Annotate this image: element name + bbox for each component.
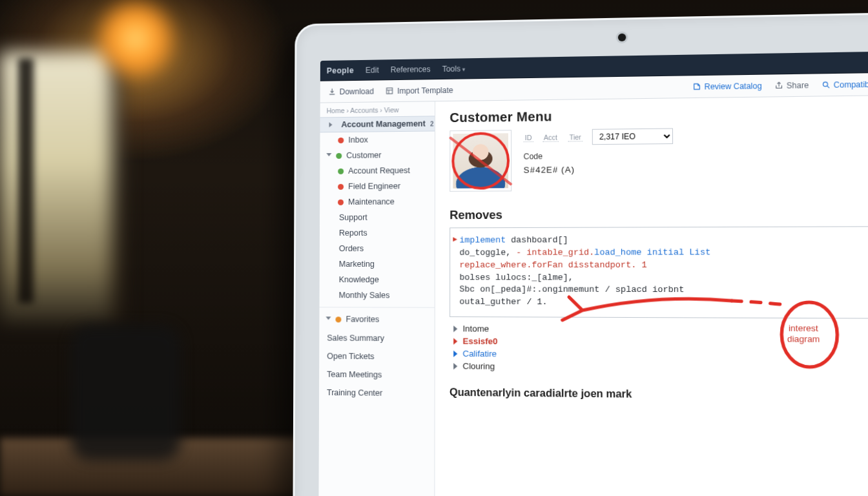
sidebar-item-orders[interactable]: Orders <box>320 241 435 256</box>
customer-profile: ID Acct Tier 2,317 IEO Code S#42E# (A) <box>450 125 868 192</box>
menu-edit[interactable]: Edit <box>366 65 379 74</box>
toolbar-download[interactable]: Download <box>324 84 378 99</box>
sidebar-section-favorites[interactable]: Favorites <box>319 311 434 327</box>
caret-icon: ▶ <box>453 234 457 245</box>
svg-rect-0 <box>387 88 393 94</box>
dot-icon <box>338 168 344 174</box>
sidebar-item-label: Knowledge <box>339 275 379 284</box>
breadcrumb: Home › Accounts › View <box>320 101 435 117</box>
dot-icon <box>336 152 342 158</box>
sidebar-item-label: Maintenance <box>348 197 395 206</box>
toolbar-import-label: Import Template <box>397 85 453 95</box>
code-token: load_home initial List <box>594 247 710 258</box>
customer-avatar[interactable] <box>450 130 512 192</box>
sidebar-item-marketing[interactable]: Marketing <box>320 256 435 272</box>
sidebar-item-account-request[interactable]: Account Request <box>320 163 435 179</box>
sidebar-item-label: Account Management <box>341 119 425 129</box>
sidebar-item-monthly-sales[interactable]: Monthly Sales <box>320 287 435 304</box>
caret-icon <box>453 363 457 369</box>
sidebar-item-knowledge[interactable]: Knowledge <box>320 272 435 287</box>
mini-label: Tier <box>568 133 582 141</box>
page-title: Customer Menu <box>450 105 868 125</box>
divider <box>320 307 435 308</box>
list-item-label: Essisfe0 <box>462 336 497 347</box>
window-frame <box>18 58 34 304</box>
mini-label: Acct <box>542 133 559 141</box>
dot-icon <box>338 137 344 143</box>
list-item-label: Califatire <box>462 349 497 359</box>
code-block[interactable]: ▶ implement dashboard[] do_toggle, - int… <box>450 226 868 319</box>
meta-mini-labels: ID Acct Tier 2,317 IEO <box>524 128 673 145</box>
menu-tools[interactable]: Tools <box>442 64 466 74</box>
lamp-glow <box>90 0 181 84</box>
sidebar-item-label: Reports <box>339 229 367 238</box>
toolbar-compat-label: Compatibility <box>834 79 868 90</box>
code-token: outal_guther / 1. <box>459 297 547 307</box>
customer-meta: ID Acct Tier 2,317 IEO Code S#42E# (A) <box>524 128 673 178</box>
sidebar-item-support[interactable]: Support <box>320 209 435 225</box>
code-token: - intable_grid. <box>516 247 594 257</box>
sidebar-item-label: Field Engineer <box>348 181 400 191</box>
sidebar-item-badge: 2 <box>430 120 435 127</box>
foreground-object <box>71 325 181 460</box>
code-token: replace_where.forFan disstandport. 1 <box>459 260 646 269</box>
search-icon <box>821 80 830 89</box>
sidebar-item-label: Inbox <box>348 136 368 145</box>
chevron-right-icon <box>329 122 333 127</box>
caret-icon <box>453 350 457 356</box>
toolbar-compatibility[interactable]: Compatibility <box>817 77 868 92</box>
code-label: Code <box>524 152 543 161</box>
catalog-icon <box>692 82 701 90</box>
code-token: do_toggle, <box>459 247 516 257</box>
code-token: implement <box>459 235 506 245</box>
svg-point-1 <box>823 82 827 87</box>
sidebar-item-open-tickets[interactable]: Open Tickets <box>319 345 434 364</box>
sidebar-item-label: Marketing <box>339 260 375 269</box>
toolbar-import[interactable]: Import Template <box>382 83 457 98</box>
section-removes-title: Removes <box>450 207 868 223</box>
share-icon <box>774 81 783 90</box>
menu-references[interactable]: References <box>391 65 431 74</box>
sidebar-item-label: Customer <box>346 150 381 160</box>
toolbar-share[interactable]: Share <box>770 78 812 93</box>
laptop: People Edit References Tools Download Im… <box>293 11 868 496</box>
code-token: bolses lulocs:_[alme], <box>459 273 573 282</box>
sidebar-item-maintenance[interactable]: Maintenance <box>320 194 435 210</box>
dot-icon <box>338 199 344 205</box>
sidebar-item-field-engineer[interactable]: Field Engineer <box>320 178 435 194</box>
code-token: dashboard[] <box>506 235 568 245</box>
code-value: S#42E# (A) <box>524 165 575 175</box>
dot-icon <box>335 316 341 322</box>
code-token: Sbc on[_peda]#:.onginmemunt / splacd ior… <box>459 285 684 295</box>
sidebar: Home › Accounts › View Account Managemen… <box>318 101 435 496</box>
mini-label: ID <box>524 133 533 141</box>
template-icon <box>386 87 394 95</box>
toolbar-download-label: Download <box>340 87 374 96</box>
footer-section: Quantenarlyin caradialrte joen mark <box>450 387 868 404</box>
chevron-down-icon <box>326 316 331 322</box>
toolbar-share-label: Share <box>787 80 809 90</box>
sub-list: Intome Essisfe0 Califatire Clouring <box>450 322 868 376</box>
toolbar-review-catalog[interactable]: Review Catalog <box>688 78 766 94</box>
sidebar-item-account-management[interactable]: Account Management 2 <box>320 116 435 132</box>
sidebar-item-label: Support <box>339 213 367 222</box>
list-item-label: Clouring <box>462 361 495 371</box>
sidebar-item-reports[interactable]: Reports <box>320 225 435 241</box>
sidebar-item-inbox[interactable]: Inbox <box>320 131 435 148</box>
sidebar-item-label: Account Request <box>348 166 410 176</box>
account-select[interactable]: 2,317 IEO <box>592 128 672 145</box>
sidebar-item-label: Monthly Sales <box>339 291 390 300</box>
main-panel: Customer Menu ID Acct Tier 2,317 <box>435 95 868 496</box>
footer-heading: Quantenarlyin caradialrte joen mark <box>450 387 868 404</box>
sidebar-item-training-center[interactable]: Training Center <box>319 382 435 401</box>
download-icon <box>328 87 336 96</box>
sidebar-item-sales-summary[interactable]: Sales Summary <box>319 327 434 346</box>
caret-icon <box>453 338 457 344</box>
sidebar-item-customer[interactable]: Customer <box>320 147 435 164</box>
caret-icon <box>453 326 457 332</box>
sidebar-section-label: Favorites <box>346 315 379 324</box>
app-brand: People <box>327 66 354 76</box>
sidebar-item-team-meetings[interactable]: Team Meetings <box>319 364 434 383</box>
list-item-label: Intome <box>462 324 489 333</box>
list-item[interactable]: Clouring <box>450 360 868 376</box>
